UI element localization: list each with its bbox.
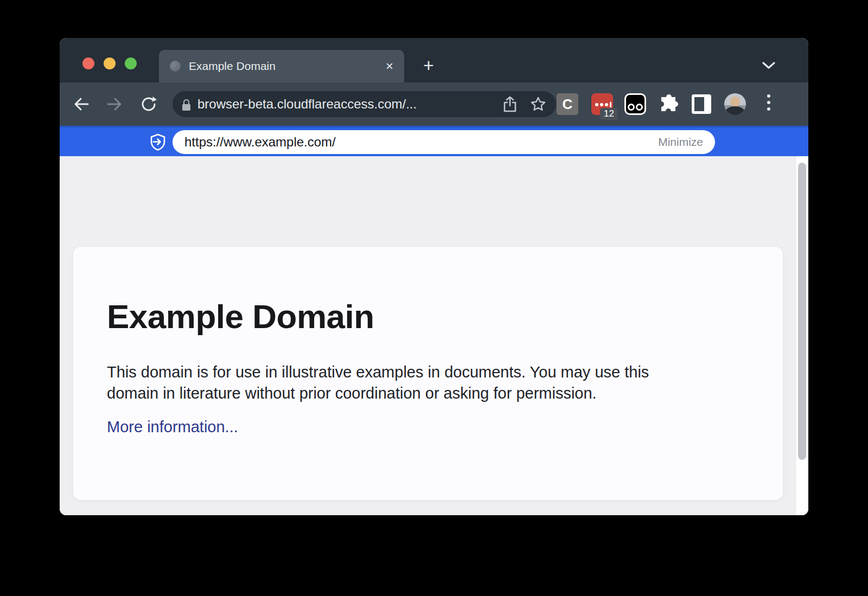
extensions-puzzle-icon[interactable] xyxy=(659,94,680,116)
page-title: Example Domain xyxy=(107,297,374,336)
minimize-bar-button[interactable]: Minimize xyxy=(658,136,703,149)
scrollbar-track[interactable] xyxy=(796,156,808,515)
address-bar-url[interactable]: browser-beta.cloudflareaccess.com/... xyxy=(197,97,496,112)
lock-icon[interactable] xyxy=(182,99,190,111)
page-viewport: Example Domain This domain is for use in… xyxy=(60,156,808,515)
macos-traffic-lights xyxy=(82,57,137,69)
extension-password-icon[interactable]: 12 xyxy=(591,93,613,115)
avatar-shoulders xyxy=(725,106,745,115)
close-window-button[interactable] xyxy=(82,57,94,69)
minimize-window-button[interactable] xyxy=(104,57,116,69)
tab-example-domain[interactable]: Example Domain × xyxy=(159,50,404,82)
profile-avatar[interactable] xyxy=(724,93,746,115)
side-panel-icon[interactable] xyxy=(692,94,711,114)
zoom-window-button[interactable] xyxy=(125,57,137,69)
tab-title: Example Domain xyxy=(189,60,378,73)
chevron-down-icon[interactable] xyxy=(761,61,776,69)
reload-icon[interactable] xyxy=(140,95,157,113)
more-information-link[interactable]: More information... xyxy=(107,418,238,436)
password-dots-icon xyxy=(595,102,611,107)
back-icon[interactable] xyxy=(73,95,90,113)
page-paragraph: This domain is for use in illustrative e… xyxy=(107,362,739,404)
extension-two-circles-icon[interactable] xyxy=(624,93,646,115)
extension-badge: 12 xyxy=(600,108,618,120)
avatar-face xyxy=(730,97,740,107)
forward-icon[interactable] xyxy=(106,95,123,113)
content-card: Example Domain This domain is for use in… xyxy=(73,247,783,500)
tab-close-icon[interactable]: × xyxy=(386,60,393,73)
tab-strip: Example Domain × + xyxy=(60,38,808,82)
remote-browser-bar: https://www.example.com/ Minimize xyxy=(60,126,808,156)
extension-c-icon[interactable]: C xyxy=(557,93,578,115)
paragraph-line: This domain is for use in illustrative e… xyxy=(107,362,739,383)
browser-window: Example Domain × + xyxy=(60,38,808,515)
bookmark-star-icon[interactable] xyxy=(530,96,546,112)
address-bar[interactable]: browser-beta.cloudflareaccess.com/... xyxy=(173,91,556,117)
extension-c-label: C xyxy=(563,96,573,113)
share-icon[interactable] xyxy=(503,96,517,112)
paragraph-line: domain in literature without prior coord… xyxy=(107,383,739,404)
scrollbar-thumb[interactable] xyxy=(798,163,806,460)
remote-url-input[interactable]: https://www.example.com/ Minimize xyxy=(173,130,715,154)
browser-toolbar: browser-beta.cloudflareaccess.com/... xyxy=(60,82,808,126)
globe-favicon-icon xyxy=(170,61,181,72)
more-menu-icon[interactable] xyxy=(767,94,771,116)
remote-url-value[interactable]: https://www.example.com/ xyxy=(184,134,658,150)
screenshot-stage: Example Domain × + xyxy=(0,0,868,596)
shield-arrow-icon[interactable] xyxy=(150,133,166,151)
new-tab-button[interactable]: + xyxy=(419,56,438,75)
